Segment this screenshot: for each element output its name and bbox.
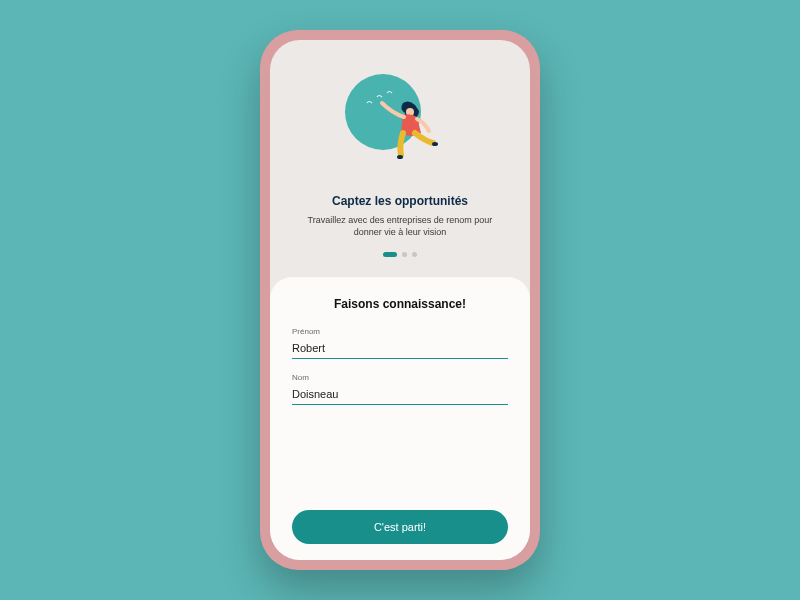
last-name-input[interactable] <box>292 385 508 405</box>
form-title: Faisons connaissance! <box>292 297 508 311</box>
hero-illustration <box>288 62 512 182</box>
hero-section: Captez les opportunités Travaillez avec … <box>270 40 530 267</box>
last-name-field-group: Nom <box>292 373 508 405</box>
hero-subtitle: Travaillez avec des entreprises de renom… <box>288 214 512 238</box>
form-card: Faisons connaissance! Prénom Nom C'est p… <box>270 277 530 560</box>
page-dot-3[interactable] <box>412 252 417 257</box>
phone-frame: Captez les opportunités Travaillez avec … <box>260 30 540 570</box>
hero-title: Captez les opportunités <box>288 194 512 208</box>
page-dot-1[interactable] <box>383 252 397 257</box>
first-name-label: Prénom <box>292 327 508 336</box>
svg-point-2 <box>397 155 403 159</box>
submit-button[interactable]: C'est parti! <box>292 510 508 544</box>
first-name-input[interactable] <box>292 339 508 359</box>
screen: Captez les opportunités Travaillez avec … <box>270 40 530 560</box>
page-indicator <box>288 252 512 257</box>
svg-point-3 <box>432 142 438 146</box>
first-name-field-group: Prénom <box>292 327 508 359</box>
last-name-label: Nom <box>292 373 508 382</box>
page-dot-2[interactable] <box>402 252 407 257</box>
girl-balloon-icon <box>335 67 465 177</box>
